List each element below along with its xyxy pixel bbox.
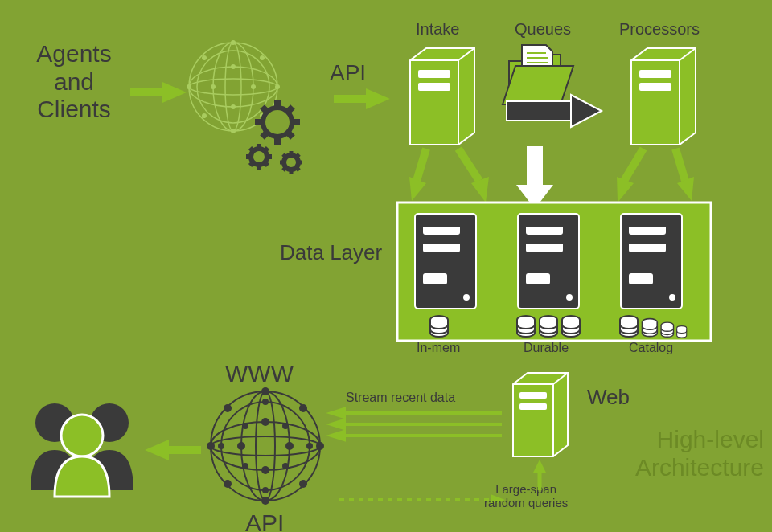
web-server-icon: [507, 370, 579, 462]
svg-point-18: [211, 84, 216, 89]
svg-line-27: [262, 132, 268, 137]
svg-point-7: [225, 43, 241, 131]
www-label: WWW: [225, 360, 294, 388]
web-label: Web: [587, 386, 630, 410]
rack-inmem-icon: [410, 209, 491, 313]
svg-marker-63: [617, 177, 634, 203]
network-sphere-dark-icon: [205, 386, 334, 514]
svg-point-10: [187, 84, 191, 89]
svg-line-60: [458, 149, 479, 181]
svg-rect-73: [423, 241, 460, 244]
svg-point-126: [262, 487, 269, 493]
svg-point-6: [189, 79, 277, 95]
svg-point-119: [237, 442, 245, 450]
arrow-to-web-up: [528, 460, 552, 492]
svg-line-64: [676, 149, 685, 181]
svg-point-118: [261, 466, 269, 474]
svg-point-111: [207, 442, 215, 450]
arrows-intake-down: [402, 145, 499, 209]
stream-recent-label: Stream recent data: [346, 391, 455, 405]
svg-point-19: [251, 84, 256, 89]
svg-point-115: [224, 480, 232, 488]
svg-point-11: [275, 84, 280, 89]
svg-rect-130: [519, 403, 547, 410]
svg-point-108: [256, 391, 275, 501]
arrows-stream-recent: [330, 408, 507, 448]
svg-rect-66: [527, 146, 543, 185]
svg-line-45: [283, 167, 286, 170]
data-layer-label: Data Layer: [280, 241, 382, 265]
svg-point-107: [211, 436, 320, 456]
svg-point-120: [285, 442, 294, 450]
db-inmem-icon: [428, 313, 476, 341]
arrow-www-to-users: [145, 438, 201, 462]
svg-point-121: [242, 423, 248, 429]
svg-marker-132: [331, 409, 344, 417]
svg-line-43: [283, 154, 286, 158]
svg-point-109: [261, 387, 269, 395]
arrow-api-to-intake: [334, 87, 390, 111]
users-icon: [23, 394, 143, 498]
svg-point-14: [202, 113, 207, 118]
svg-point-13: [260, 55, 265, 60]
svg-line-34: [250, 148, 253, 151]
svg-point-127: [218, 443, 224, 449]
svg-marker-140: [533, 460, 546, 473]
svg-line-37: [265, 148, 268, 151]
svg-marker-48: [366, 88, 390, 109]
svg-point-125: [262, 399, 269, 405]
arrow-agents-to-sphere: [130, 80, 187, 104]
svg-rect-56: [639, 70, 671, 78]
intake-server-icon: [402, 44, 482, 149]
rack-durable-icon: [513, 209, 593, 313]
svg-line-46: [296, 154, 299, 158]
svg-point-82: [566, 294, 573, 301]
large-span-label: Large-span random queries: [484, 482, 568, 510]
svg-rect-74: [423, 273, 447, 284]
svg-line-36: [250, 162, 253, 166]
catalog-label: Catalog: [629, 341, 673, 355]
svg-point-100: [61, 415, 103, 456]
svg-point-123: [242, 463, 248, 469]
svg-marker-59: [409, 177, 426, 201]
svg-marker-134: [331, 420, 344, 428]
svg-point-117: [261, 418, 269, 426]
arrow-queues-to-processors: [507, 95, 603, 127]
svg-marker-102: [145, 440, 169, 460]
svg-line-35: [265, 162, 268, 166]
arrow-large-span-dotted: [330, 492, 507, 508]
inmem-label: In-mem: [417, 341, 460, 355]
svg-rect-54: [507, 101, 571, 121]
svg-rect-85: [629, 223, 666, 227]
svg-point-12: [202, 55, 207, 60]
rack-catalog-icon: [616, 209, 696, 313]
svg-point-110: [261, 497, 269, 505]
svg-rect-88: [629, 273, 653, 284]
api-bottom-label: API: [245, 509, 284, 532]
svg-line-26: [287, 132, 293, 137]
durable-label: Durable: [524, 341, 569, 355]
svg-line-28: [287, 107, 293, 113]
svg-point-16: [231, 64, 236, 69]
svg-point-122: [282, 423, 289, 429]
db-catalog-icon: [618, 313, 698, 341]
db-durable-icon: [515, 313, 587, 341]
svg-point-105: [241, 391, 290, 501]
svg-point-104: [211, 422, 320, 470]
svg-point-8: [231, 40, 236, 45]
svg-rect-49: [418, 70, 450, 78]
diagram-title: High-level Architecture: [627, 426, 764, 481]
svg-point-128: [306, 443, 313, 449]
svg-rect-81: [526, 273, 550, 284]
svg-point-116: [299, 480, 307, 488]
svg-marker-61: [471, 177, 489, 203]
svg-marker-55: [571, 95, 602, 127]
api-top-label: API: [330, 60, 366, 86]
svg-point-75: [463, 294, 470, 301]
svg-line-25: [262, 107, 268, 113]
svg-rect-80: [526, 241, 563, 244]
svg-rect-78: [526, 223, 563, 227]
svg-line-58: [417, 149, 426, 181]
agents-clients-label: Agents and Clients: [18, 40, 130, 124]
svg-point-113: [224, 404, 232, 412]
